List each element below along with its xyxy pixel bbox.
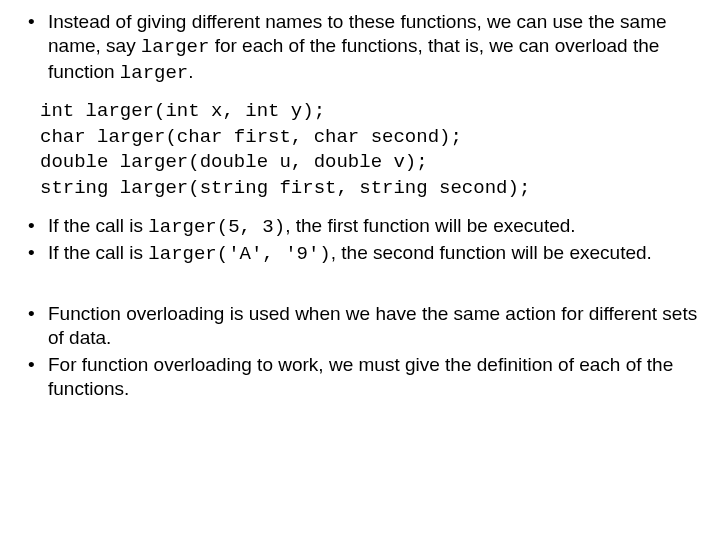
text: If the call is bbox=[48, 242, 148, 263]
text: , the second function will be executed. bbox=[331, 242, 652, 263]
bullet-list-2: If the call is larger(5, 3), the first f… bbox=[22, 214, 698, 267]
code-line: char larger(char first, char second); bbox=[40, 126, 462, 148]
text: Function overloading is used when we hav… bbox=[48, 303, 697, 348]
text: If the call is bbox=[48, 215, 148, 236]
code-line: string larger(string first, string secon… bbox=[40, 177, 530, 199]
bullet-item: Instead of giving different names to the… bbox=[22, 10, 698, 85]
code-block: int larger(int x, int y); char larger(ch… bbox=[40, 99, 698, 202]
text: . bbox=[188, 61, 193, 82]
inline-code: larger(5, 3) bbox=[148, 216, 285, 238]
text: For function overloading to work, we mus… bbox=[48, 354, 673, 399]
bullet-list-3: Function overloading is used when we hav… bbox=[22, 302, 698, 401]
bullet-item: If the call is larger('A', '9'), the sec… bbox=[22, 241, 698, 266]
code-line: double larger(double u, double v); bbox=[40, 151, 428, 173]
inline-code: larger('A', '9') bbox=[148, 243, 330, 265]
page: Instead of giving different names to the… bbox=[0, 0, 720, 425]
bullet-item: If the call is larger(5, 3), the first f… bbox=[22, 214, 698, 239]
code-line: int larger(int x, int y); bbox=[40, 100, 325, 122]
bullet-item: Function overloading is used when we hav… bbox=[22, 302, 698, 351]
inline-code: larger bbox=[141, 36, 209, 58]
bullet-item: For function overloading to work, we mus… bbox=[22, 353, 698, 402]
bullet-list-1: Instead of giving different names to the… bbox=[22, 10, 698, 85]
spacer bbox=[22, 280, 698, 302]
inline-code: larger bbox=[120, 62, 188, 84]
text: , the first function will be executed. bbox=[285, 215, 575, 236]
